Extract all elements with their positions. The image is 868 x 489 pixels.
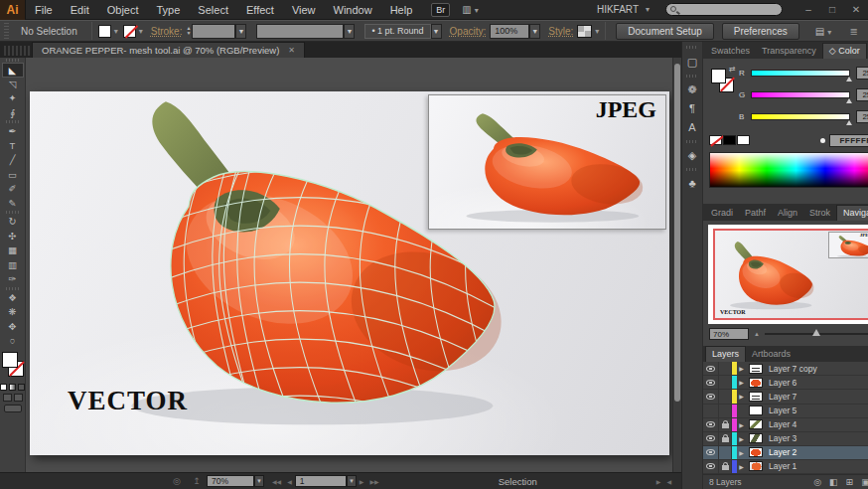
document-tab[interactable]: ORANGE PEPPER- mesh tool.ai @ 70% (RGB/P… [32,42,305,58]
zoom-tool[interactable]: ○ [2,334,24,349]
expand-arrow-icon[interactable]: ▶ [739,393,744,400]
channel-slider-b[interactable] [751,113,850,120]
panel-grip[interactable] [4,23,9,39]
menu-edit[interactable]: Edit [62,0,98,20]
lock-cell[interactable] [719,432,732,445]
channel-value-g[interactable]: 255 [856,88,868,101]
menu-help[interactable]: Help [381,0,422,20]
expand-cell[interactable]: ▶ [737,460,746,473]
draw-normal-mode-button[interactable] [3,394,12,402]
pencil-tool[interactable]: ✎ [2,197,24,212]
brush-dropdown[interactable]: ▼ [431,24,442,39]
slider-thumb-icon[interactable] [846,120,852,125]
tab-color[interactable]: ◇ Color [822,43,867,59]
none-button[interactable] [18,384,25,391]
tab-navigator[interactable]: Navigator [836,205,868,221]
channel-slider-g[interactable] [751,91,850,98]
width-tool[interactable]: ✣ [2,230,24,244]
table-row[interactable]: ▶Layer 7 [703,390,868,404]
tab-transparency[interactable]: Transparency [756,44,822,59]
channel-value-r[interactable]: 255 [856,67,868,80]
arrange-documents-icon[interactable]: ▥▾ [462,4,478,15]
navigator-zoom-field[interactable]: 70% [709,328,749,340]
line-tool[interactable]: ╱ [2,153,24,168]
layer-name[interactable]: Layer 6 [765,376,868,389]
tab-artboards[interactable]: Artboards [746,347,796,362]
expand-arrow-icon[interactable]: ▶ [739,435,744,442]
screen-mode-button[interactable] [4,405,22,412]
close-button[interactable]: ✕ [844,0,868,20]
new-layer-icon[interactable]: ▣ [861,477,868,487]
channel-value-b[interactable]: 255 [856,110,868,123]
table-row[interactable]: ▶Layer 4 [703,418,868,432]
swap-fill-stroke-icon[interactable]: ⇄ [729,65,736,74]
tools-grip[interactable] [6,59,20,62]
selection-tool[interactable]: ◣ [2,63,24,78]
zoom-out-icon[interactable]: ▲ [754,331,760,337]
next-artboard-icon[interactable]: ▶ [360,478,364,485]
table-row[interactable]: ▶Layer 3 [703,432,868,446]
lock-icon[interactable] [722,423,729,428]
expand-cell[interactable]: ▶ [737,418,746,431]
clipping-mask-icon[interactable]: ◧ [829,477,838,487]
visibility-cell[interactable] [703,390,719,403]
lock-icon[interactable] [722,465,729,470]
slider-thumb-icon[interactable] [846,77,852,82]
minimize-button[interactable]: – [796,0,820,20]
eyedropper-tool[interactable]: ✑ [2,272,24,287]
expand-cell[interactable]: ▶ [737,446,746,459]
menu-window[interactable]: Window [325,0,381,20]
workspace-caret-icon[interactable]: ▾ [646,5,650,14]
expand-cell[interactable] [737,405,746,417]
black-swatch[interactable] [723,135,736,145]
symbol-sprayer-tool[interactable]: ❋ [2,305,24,320]
symbol-sprayer-panel-icon[interactable]: ❁ [682,81,702,99]
stroke-stepper[interactable]: ▲▼ [186,26,191,36]
previous-artboard-icon[interactable]: ◀ [287,478,292,485]
artboard-dropdown[interactable]: ▼ [347,475,357,487]
tab-align[interactable]: Align [772,206,803,221]
search-input[interactable] [665,3,783,16]
mesh-tool[interactable]: ▦ [2,244,24,258]
table-row[interactable]: ▶Layer 7 copy [703,362,868,376]
stroke-weight-label[interactable]: Stroke: [151,26,183,37]
zoom-dropdown[interactable]: ▼ [254,475,264,487]
draw-behind-mode-button[interactable] [14,394,23,402]
color-spectrum[interactable] [709,152,868,188]
lasso-tool[interactable]: ∮ [2,106,24,121]
lock-cell[interactable] [719,446,732,459]
visibility-cell[interactable] [703,405,719,417]
lock-cell[interactable] [719,390,732,403]
lock-cell[interactable] [719,405,732,417]
navigator-view[interactable]: JPEG VECTOR [708,225,868,324]
visibility-cell[interactable] [703,376,719,389]
expand-arrow-icon[interactable]: ▶ [739,463,744,470]
document-setup-button[interactable]: Document Setup [616,23,714,40]
channel-slider-r[interactable] [751,70,850,77]
expand-cell[interactable]: ▶ [737,376,746,389]
blend-tool[interactable]: ❖ [2,291,24,306]
expand-arrow-icon[interactable]: ▶ [739,365,744,372]
layer-name[interactable]: Layer 4 [765,418,868,431]
canvas-area[interactable]: VECTOR JPEG [26,58,681,472]
lock-icon[interactable] [722,437,729,442]
stroke-weight-dropdown[interactable]: ▼ [235,24,246,39]
paragraph-panel-icon[interactable]: ¶ [682,99,702,118]
style-swatch[interactable] [577,25,592,38]
expand-arrow-icon[interactable]: ▶ [739,421,744,428]
menu-file[interactable]: File [26,0,62,20]
navigator-zoom-slider[interactable] [765,333,868,335]
visibility-cell[interactable] [703,446,719,459]
opacity-label[interactable]: Opacity: [450,26,487,37]
eye-icon[interactable] [706,463,715,469]
menu-effect[interactable]: Effect [237,0,283,20]
fill-stroke-indicator[interactable] [1,352,25,382]
visibility-cell[interactable] [703,418,719,431]
graphic-styles-panel-icon[interactable]: ♣ [682,174,702,193]
expand-arrow-icon[interactable]: ▶ [739,449,744,456]
variable-width-profile-field[interactable] [256,24,344,39]
zoom-slider-thumb[interactable] [812,329,820,336]
scroll-left-icon[interactable]: ◀ [666,478,671,485]
pen-tool[interactable]: ✒ [2,124,24,139]
transform-panel-icon[interactable]: ▢ [682,53,702,72]
